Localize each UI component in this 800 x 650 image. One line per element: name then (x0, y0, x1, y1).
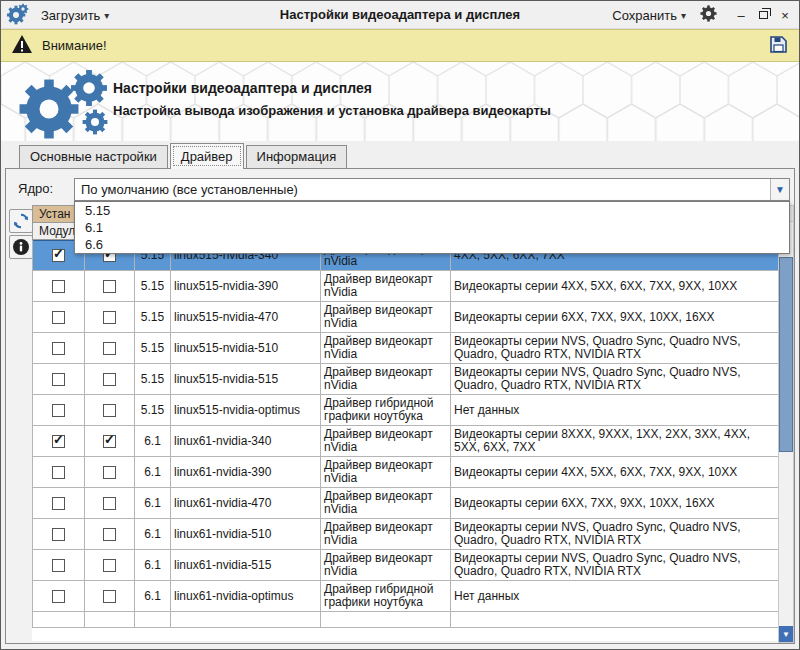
driver-table: Устан Модул 5.15 linux515-nvidia-340 Дра… (32, 205, 778, 641)
load-button[interactable]: Загрузить ▾ (37, 6, 113, 25)
table-row[interactable]: 5.15 linux515-nvidia-515 Драйвер видеока… (33, 364, 779, 395)
info-button[interactable] (9, 235, 33, 259)
cards-cell: Нет данных (451, 581, 779, 612)
module-loaded-checkbox[interactable] (103, 404, 116, 417)
module-loaded-checkbox[interactable] (103, 280, 116, 293)
installed-checkbox[interactable] (52, 404, 65, 417)
tab-information[interactable]: Информация (246, 145, 348, 168)
settings-gear-button[interactable] (700, 5, 717, 25)
installed-checkbox[interactable] (52, 559, 65, 572)
installed-checkbox[interactable] (52, 249, 65, 262)
installed-checkbox[interactable] (52, 280, 65, 293)
module-cell: linux61-nvidia-390 (171, 457, 321, 488)
load-button-label: Загрузить (41, 8, 100, 23)
combobox-arrow-icon[interactable]: ▼ (770, 179, 789, 200)
module-loaded-checkbox[interactable] (103, 590, 116, 603)
refresh-icon (12, 212, 30, 230)
table-row[interactable]: 6.1 linux61-nvidia-515 Драйвер видеокарт… (33, 550, 779, 581)
installed-checkbox[interactable] (52, 590, 65, 603)
vertical-scrollbar[interactable]: ▲ ▼ (778, 205, 794, 643)
driver-panel: Ядро: По умолчанию (все установленные) ▼ (5, 168, 795, 644)
module-loaded-checkbox[interactable] (103, 559, 116, 572)
kernel-option-5-15[interactable]: 5.15 (75, 202, 789, 219)
table-row[interactable]: 6.1 linux61-nvidia-optimus Драйвер гибри… (33, 581, 779, 612)
description-cell: Драйвер видеокарт nVidia (321, 333, 451, 364)
module-cell: linux61-nvidia-340 (171, 426, 321, 457)
kernel-cell: 6.1 (135, 426, 171, 457)
tab-bar: Основные настройки Драйвер Информация (19, 141, 349, 168)
info-icon (12, 238, 30, 256)
module-loaded-checkbox[interactable] (103, 435, 116, 448)
cards-cell: Видеокарты серии 4XX, 5XX, 6XX, 7XX, 9XX… (451, 457, 779, 488)
kernel-cell: 6.1 (135, 550, 171, 581)
save-file-icon[interactable] (768, 34, 789, 58)
kernel-combobox-value: По умолчанию (все установленные) (75, 182, 770, 197)
save-button[interactable]: Сохранить ▾ (608, 6, 690, 25)
warning-icon (11, 34, 33, 57)
cards-cell: Видеокарты серии NVS, Quadro Sync, Quadr… (451, 519, 779, 550)
load-caret-icon: ▾ (104, 10, 109, 21)
description-cell: Драйвер видеокарт nVidia (321, 364, 451, 395)
module-loaded-checkbox[interactable] (103, 497, 116, 510)
tab-main-settings[interactable]: Основные настройки (19, 145, 168, 168)
scroll-down-button[interactable]: ▼ (779, 626, 793, 642)
module-cell: linux515-nvidia-515 (171, 364, 321, 395)
module-cell: linux61-nvidia-470 (171, 488, 321, 519)
table-row[interactable]: 6.1 linux61-nvidia-340 Драйвер видеокарт… (33, 426, 779, 457)
table-row[interactable]: 5.15 linux515-nvidia-390 Драйвер видеока… (33, 271, 779, 302)
description-cell: Драйвер видеокарт nVidia (321, 550, 451, 581)
installed-checkbox[interactable] (52, 311, 65, 324)
cards-cell: Видеокарты серии 6XX, 7XX, 9XX, 10XX, 16… (451, 302, 779, 333)
installed-checkbox[interactable] (52, 435, 65, 448)
description-cell: Драйвер видеокарт nVidia (321, 457, 451, 488)
module-cell: linux61-nvidia-515 (171, 550, 321, 581)
kernel-option-6-1[interactable]: 6.1 (75, 219, 789, 236)
kernel-cell: 5.15 (135, 333, 171, 364)
description-cell: Драйвер гибридной графики ноутбука (321, 395, 451, 426)
table-row[interactable]: 5.15 linux515-nvidia-470 Драйвер видеока… (33, 302, 779, 333)
kernel-combobox[interactable]: По умолчанию (все установленные) ▼ (74, 178, 790, 201)
table-row[interactable]: 5.15 linux515-nvidia-optimus Драйвер гиб… (33, 395, 779, 426)
maximize-icon (759, 11, 768, 19)
titlebar: Загрузить ▾ Настройки видеоадаптера и ди… (1, 1, 799, 29)
module-cell: linux515-nvidia-470 (171, 302, 321, 333)
refresh-button[interactable] (9, 209, 33, 233)
close-button[interactable]: × (775, 5, 795, 25)
table-row[interactable]: 6.1 linux61-nvidia-390 Драйвер видеокарт… (33, 457, 779, 488)
module-loaded-checkbox[interactable] (103, 373, 116, 386)
scrollbar-thumb[interactable] (779, 257, 793, 452)
kernel-cell: 6.1 (135, 581, 171, 612)
minimize-button[interactable]: – (731, 5, 751, 25)
kernel-cell: 6.1 (135, 457, 171, 488)
module-loaded-checkbox[interactable] (103, 528, 116, 541)
kernel-cell: 5.15 (135, 364, 171, 395)
module-cell: linux61-nvidia-510 (171, 519, 321, 550)
description-cell: Драйвер видеокарт nVidia (321, 271, 451, 302)
table-row[interactable]: 5.15 linux515-nvidia-510 Драйвер видеока… (33, 333, 779, 364)
module-loaded-checkbox[interactable] (103, 342, 116, 355)
description-cell: Драйвер видеокарт nVidia (321, 426, 451, 457)
kernel-cell: 5.15 (135, 395, 171, 426)
tab-driver[interactable]: Драйвер (170, 143, 244, 169)
description-cell: Драйвер видеокарт nVidia (321, 519, 451, 550)
module-cell: linux515-nvidia-390 (171, 271, 321, 302)
installed-checkbox[interactable] (52, 528, 65, 541)
installed-checkbox[interactable] (52, 373, 65, 386)
maximize-button[interactable] (753, 5, 773, 25)
installed-checkbox[interactable] (52, 497, 65, 510)
gears-logo-icon (17, 64, 117, 141)
kernel-cell: 6.1 (135, 519, 171, 550)
table-row[interactable]: 6.1 linux61-nvidia-470 Драйвер видеокарт… (33, 488, 779, 519)
app-gears-icon (7, 3, 29, 28)
installed-checkbox[interactable] (52, 342, 65, 355)
description-cell: Драйвер гибридной графики ноутбука (321, 581, 451, 612)
driver-table-body: 5.15 linux515-nvidia-340 Драйвер видеока… (33, 240, 779, 628)
cards-cell: Видеокарты серии NVS, Quadro Sync, Quadr… (451, 364, 779, 395)
installed-checkbox[interactable] (52, 466, 65, 479)
module-loaded-checkbox[interactable] (103, 466, 116, 479)
kernel-cell: 6.1 (135, 488, 171, 519)
module-loaded-checkbox[interactable] (103, 311, 116, 324)
kernel-option-6-6[interactable]: 6.6 (75, 236, 789, 253)
module-cell: linux515-nvidia-510 (171, 333, 321, 364)
table-row[interactable]: 6.1 linux61-nvidia-510 Драйвер видеокарт… (33, 519, 779, 550)
